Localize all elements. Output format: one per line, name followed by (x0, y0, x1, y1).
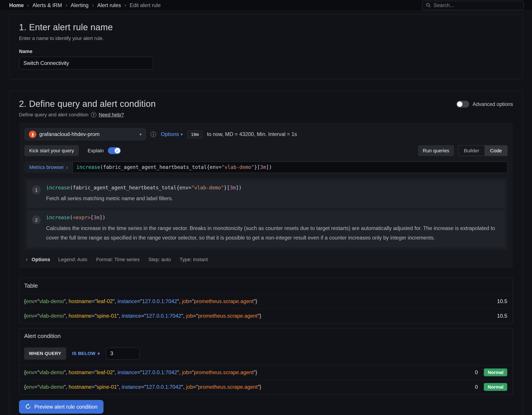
chevron-down-icon: ▾ (180, 132, 182, 136)
state-badge: Normal (484, 383, 507, 391)
search-icon (426, 3, 431, 8)
preview-alert-rule-button[interactable]: Preview alert rule condition (19, 400, 104, 414)
explain-step-2: 2 increase(<expr>[3m]) Calculates the in… (27, 210, 505, 247)
info-icon[interactable]: i (151, 132, 156, 137)
table-title: Table (19, 278, 513, 294)
table-row: {env="vlab-demo", hostname="spine-01", i… (19, 308, 513, 323)
query-options-button[interactable]: Options ▾ (161, 131, 183, 138)
prometheus-icon (29, 131, 37, 138)
explain-description: Fetch all series matching metric name an… (46, 194, 500, 203)
alert-rule-name-input[interactable] (19, 57, 153, 70)
metrics-browser-label: Metrics browser (29, 164, 64, 170)
alert-condition-title: Alert condition (19, 328, 513, 344)
name-label: Name (19, 48, 513, 54)
operator-dropdown[interactable]: IS BELOW ▾ (72, 351, 100, 356)
chevron-down-icon: ▾ (98, 351, 100, 355)
toggle-knob-icon (457, 101, 463, 107)
expression-editor-row: Metrics browser › increase(fabric_agent_… (25, 161, 508, 173)
step2-subtitle: Define query and alert condition (19, 112, 88, 117)
series-labels: {env="vlab-demo", hostname="leaf-02", in… (24, 298, 257, 304)
page: Home › Alerts & IRM › Alerting › Alert r… (0, 0, 532, 415)
promql-expression-input[interactable]: increase(fabric_agent_agent_heartbeats_t… (73, 161, 507, 173)
query-toolbar-right: Run queries Builder Code (418, 145, 508, 156)
query-options-row: › Options Legend: Auto Format: Time seri… (25, 255, 508, 263)
kick-start-query-button[interactable]: Kick start your query (25, 145, 79, 156)
step2-panel: 2. Define query and alert condition Adva… (9, 91, 523, 415)
search-input[interactable] (434, 2, 520, 8)
alert-instance-row: {env="vlab-demo", hostname="spine-01", i… (19, 379, 513, 394)
builder-code-switch: Builder Code (458, 145, 507, 156)
query-toolbar-row: Kick start your query Explain ✓ Run quer… (25, 145, 508, 156)
table-row: {env="vlab-demo", hostname="leaf-02", in… (19, 293, 513, 308)
options-row-label[interactable]: Options (32, 257, 50, 262)
need-help-link[interactable]: Need help? (99, 112, 124, 117)
instance-value: 0 (475, 384, 478, 390)
alert-instance-row: {env="vlab-demo", hostname="leaf-02", in… (19, 365, 513, 379)
instance-value: 0 (475, 369, 478, 376)
step1-title: 1. Enter alert rule name (19, 22, 513, 33)
chevron-right-icon: › (65, 2, 67, 8)
table-panel: Table {env="vlab-demo", hostname="leaf-0… (19, 278, 513, 323)
instance-result: 0 Normal (475, 383, 507, 391)
explain-code: increase(fabric_agent_agent_heartbeats_t… (46, 185, 500, 190)
explain-code: increase(<expr>[3m]) (46, 215, 500, 220)
when-query-button[interactable]: WHEN QUERY (24, 347, 66, 359)
query-editor-card: grafanacloud-hhdev-prom ▾ i Options ▾ 10… (19, 123, 513, 268)
option-step: Step: auto (148, 257, 171, 262)
chevron-right-icon: › (124, 2, 126, 8)
series-value: 10.5 (497, 298, 507, 304)
alert-condition-panel: Alert condition WHEN QUERY IS BELOW ▾ {e… (19, 328, 513, 395)
breadcrumb-item-alerting[interactable]: Alerting (71, 2, 88, 8)
datasource-picker[interactable]: grafanacloud-hhdev-prom ▾ (25, 128, 146, 140)
top-navigation-bar: Home › Alerts & IRM › Alerting › Alert r… (0, 0, 532, 11)
builder-tab[interactable]: Builder (458, 145, 485, 156)
chevron-right-icon: › (92, 2, 94, 8)
breadcrumb-item-alert-rules[interactable]: Alert rules (97, 2, 121, 8)
query-options-button-label: Options (161, 131, 179, 138)
datasource-name: grafanacloud-hhdev-prom (39, 131, 136, 138)
breadcrumb-item-alerts-irm[interactable]: Alerts & IRM (32, 2, 62, 8)
main-content: 1. Enter alert rule name Enter a name to… (0, 11, 532, 415)
help-icon[interactable]: ? (91, 112, 96, 117)
threshold-input[interactable] (106, 347, 140, 359)
advanced-options-toggle[interactable] (456, 101, 469, 107)
explain-step-1: 1 increase(fabric_agent_agent_heartbeats… (27, 180, 505, 208)
chevron-right-icon[interactable]: › (26, 257, 28, 262)
run-queries-button[interactable]: Run queries (418, 145, 454, 156)
step2-title: 2. Define query and alert condition (19, 99, 156, 109)
breadcrumb-item-current: Edit alert rule (130, 2, 161, 8)
range-description: to now, MD = 43200, Min. Interval = 1s (207, 131, 297, 138)
series-value: 10.5 (497, 313, 507, 319)
advanced-options-label: Advanced options (473, 101, 513, 107)
step-number-badge: 1 (32, 186, 41, 195)
series-labels: {env="vlab-demo", hostname="leaf-02", in… (24, 369, 257, 376)
chevron-right-icon: › (27, 2, 29, 8)
step1-subtitle: Enter a name to identify your alert rule… (19, 36, 513, 41)
explain-description: Calculates the increase in the time seri… (46, 224, 500, 243)
step2-subtitle-row: Define query and alert condition ? Need … (19, 112, 513, 117)
breadcrumb-item-home[interactable]: Home (9, 2, 24, 8)
relative-range-badge[interactable]: 10m (187, 131, 202, 138)
series-labels: {env="vlab-demo", hostname="spine-01", i… (24, 384, 261, 390)
explain-section: 1 increase(fabric_agent_agent_heartbeats… (25, 178, 508, 250)
operator-label: IS BELOW (72, 351, 95, 356)
instance-result: 0 Normal (475, 368, 507, 376)
code-tab[interactable]: Code (484, 145, 507, 156)
advanced-options: Advanced options (456, 101, 513, 107)
toggle-check-icon: ✓ (114, 148, 120, 153)
option-format: Format: Time series (96, 257, 140, 262)
explain-step-body: increase(fabric_agent_agent_heartbeats_t… (46, 185, 500, 203)
explain-step-body: increase(<expr>[3m]) Calculates the incr… (46, 215, 500, 243)
metrics-browser-button[interactable]: Metrics browser › (25, 161, 73, 173)
search-box[interactable] (422, 0, 524, 10)
breadcrumb: Home › Alerts & IRM › Alerting › Alert r… (9, 2, 161, 8)
step2-header: 2. Define query and alert condition Adva… (19, 99, 513, 109)
explain-toggle[interactable]: ✓ (108, 147, 121, 154)
step-number-badge: 2 (32, 216, 41, 224)
condition-row: WHEN QUERY IS BELOW ▾ (19, 344, 513, 365)
option-type: Type: Instant (180, 257, 208, 262)
state-badge: Normal (484, 368, 507, 376)
datasource-row: grafanacloud-hhdev-prom ▾ i Options ▾ 10… (25, 128, 508, 140)
refresh-icon (25, 404, 31, 409)
query-toolbar-left: Kick start your query Explain ✓ (25, 145, 121, 156)
